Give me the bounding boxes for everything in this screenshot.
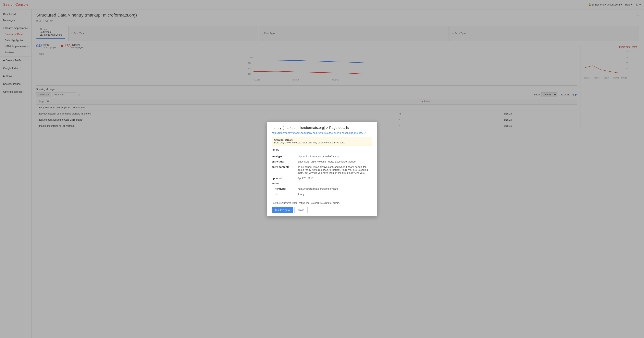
field-value-itemtype: http://microformats.org/profile/hentry (295, 154, 372, 159)
test-live-data-button[interactable]: Test live data (272, 207, 293, 213)
crawl-notice: Crawled: 6/19/15 Data only shows detecte… (272, 137, 372, 146)
field-key-updated: updated: (272, 175, 295, 181)
footer-note: Use the Structured Data Testing Tool to … (272, 202, 372, 204)
item-type-header: hentry (272, 148, 372, 152)
dialog-overlay: hentry (markup: microformats.org) > Page… (0, 0, 644, 338)
field-table: itemtype: http://microformats.org/profil… (272, 154, 372, 197)
field-key-entry-content: entry-content: (272, 164, 295, 175)
field-key-itemtype: itemtype: (272, 154, 295, 159)
field-row-author-fn: fn: Jenny (272, 191, 372, 197)
field-key-entry-title: entry-title: (272, 159, 295, 164)
field-key-author-itemtype: itemtype: (272, 186, 295, 191)
dialog-footer: Use the Structured Data Testing Tool to … (267, 199, 377, 216)
field-value-updated: April 23, 2015 (295, 175, 372, 181)
dialog-title: hentry (markup: microformats.org) > Page… (272, 126, 372, 130)
footer-buttons: Test live data Close (272, 207, 372, 213)
field-row-updated: updated: April 23, 2015 (272, 175, 372, 181)
field-key-author-fn: fn: (272, 191, 295, 197)
dialog-body: hentry itemtype: http://microformats.org… (267, 146, 377, 199)
field-value-author-fn: Jenny (295, 191, 372, 197)
field-value-entry-content: To be honest I was always confused when … (295, 164, 372, 175)
dialog: hentry (markup: microformats.org) > Page… (267, 122, 377, 216)
dialog-header: hentry (markup: microformats.org) > Page… (267, 122, 377, 137)
field-row-itemtype: itemtype: http://microformats.org/profil… (272, 154, 372, 159)
field-value-entry-title: Baby Sea Turtle Release Puerto Escondido… (295, 159, 372, 164)
external-link-icon: ↗ (364, 132, 366, 134)
field-row-entry-title: entry-title: Baby Sea Turtle Release Pue… (272, 159, 372, 164)
field-key-author: author (272, 181, 295, 186)
close-button[interactable]: Close (294, 207, 308, 213)
field-row-author: author (272, 181, 372, 186)
field-value-author-itemtype: http://microformats.org/profile/hcard (295, 186, 372, 191)
field-row-author-itemtype: itemtype: http://microformats.org/profil… (272, 186, 372, 191)
dialog-url-link[interactable]: http://tillthemoneyrunsout.com/baby-sea-… (272, 131, 372, 134)
field-row-entry-content: entry-content: To be honest I was always… (272, 164, 372, 175)
